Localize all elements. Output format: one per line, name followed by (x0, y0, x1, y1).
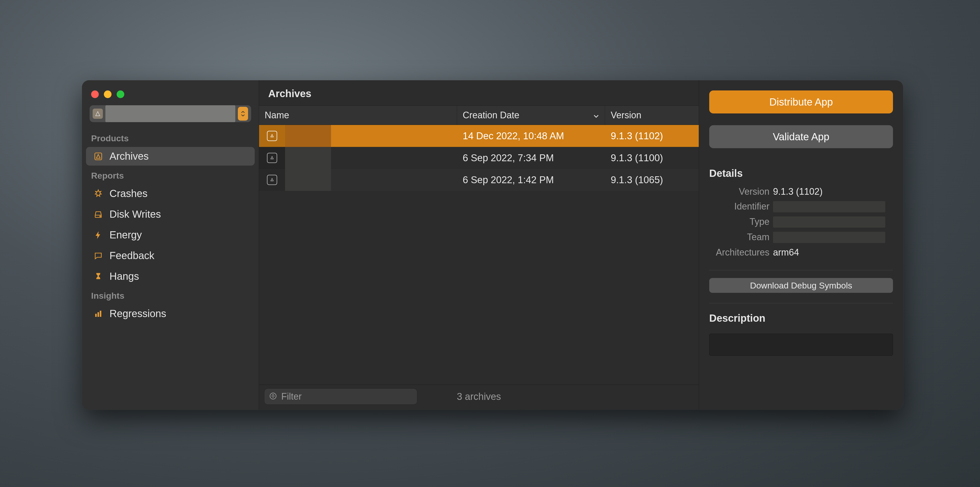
filter-input[interactable] (281, 391, 412, 402)
detail-label: Team (709, 232, 773, 243)
divider (709, 270, 893, 270)
detail-value: arm64 (773, 247, 893, 258)
archive-name-redacted (285, 125, 331, 147)
filter-icon (269, 392, 277, 401)
svg-point-2 (100, 216, 100, 217)
column-header-version[interactable]: Version (605, 106, 699, 125)
sidebar-item-label: Feedback (110, 250, 154, 261)
detail-value-redacted (773, 232, 885, 243)
detail-row-version: Version 9.1.3 (1102) (709, 186, 893, 197)
window-controls (82, 85, 259, 105)
download-debug-symbols-button[interactable]: Download Debug Symbols (709, 278, 893, 293)
detail-label: Type (709, 216, 773, 228)
details-heading: Details (709, 168, 893, 179)
detail-row-type: Type (709, 216, 893, 228)
hourglass-icon (93, 271, 104, 282)
svg-rect-5 (100, 311, 101, 317)
archive-count: 3 archives (428, 391, 530, 402)
cell-date: 6 Sep 2022, 7:34 PM (457, 153, 605, 163)
table-row[interactable]: 14 Dec 2022, 10:48 AM 9.1.3 (1102) (259, 125, 699, 147)
detail-label: Architectures (709, 247, 773, 258)
table-header: Name Creation Date Version (259, 106, 699, 125)
product-picker[interactable] (89, 105, 251, 122)
svg-rect-4 (97, 312, 99, 317)
table-row[interactable]: 6 Sep 2022, 7:34 PM 9.1.3 (1100) (259, 147, 699, 169)
detail-value-redacted (773, 216, 885, 228)
detail-value: 9.1.3 (1102) (773, 186, 893, 197)
sidebar-item-label: Disk Writes (110, 209, 161, 220)
sidebar-item-archives[interactable]: Archives (86, 147, 255, 166)
detail-row-architectures: Architectures arm64 (709, 247, 893, 258)
sidebar-section-products: Products (82, 129, 259, 146)
validate-app-button[interactable]: Validate App (709, 125, 893, 148)
sidebar-item-disk-writes[interactable]: Disk Writes (86, 205, 255, 224)
archive-row-icon (259, 125, 285, 147)
organizer-window: Products Archives Reports Crashes Disk W… (82, 80, 903, 410)
column-header-creation-date[interactable]: Creation Date (457, 106, 605, 125)
divider (709, 303, 893, 303)
cell-date: 6 Sep 2022, 1:42 PM (457, 174, 605, 185)
filter-field[interactable] (264, 388, 417, 405)
energy-icon (93, 230, 104, 241)
column-label: Name (265, 110, 289, 121)
archive-name-redacted (285, 169, 331, 191)
sidebar-item-feedback[interactable]: Feedback (86, 246, 255, 265)
app-icon (93, 109, 103, 119)
close-window-button[interactable] (91, 91, 99, 98)
archive-name-redacted (285, 147, 331, 169)
sidebar-item-label: Energy (110, 229, 142, 241)
feedback-icon (93, 250, 104, 261)
sidebar-item-label: Hangs (110, 271, 139, 282)
minimize-window-button[interactable] (104, 91, 111, 98)
sidebar: Products Archives Reports Crashes Disk W… (82, 80, 259, 410)
detail-row-team: Team (709, 232, 893, 243)
description-heading: Description (709, 313, 893, 324)
detail-label: Version (709, 186, 773, 197)
cell-version: 9.1.3 (1065) (605, 174, 699, 185)
bars-icon (93, 308, 104, 319)
detail-value-redacted (773, 201, 885, 212)
cell-version: 9.1.3 (1102) (605, 131, 699, 142)
svg-rect-3 (95, 314, 97, 317)
distribute-app-button[interactable]: Distribute App (709, 91, 893, 113)
cell-name (259, 169, 457, 191)
details-panel: Distribute App Validate App Details Vers… (699, 80, 903, 410)
sidebar-section-reports: Reports (82, 167, 259, 183)
sidebar-item-regressions[interactable]: Regressions (86, 304, 255, 323)
column-header-name[interactable]: Name (259, 106, 457, 125)
zoom-window-button[interactable] (117, 91, 124, 98)
archive-row-icon (259, 147, 285, 169)
page-title: Archives (259, 80, 699, 106)
sidebar-section-insights: Insights (82, 287, 259, 303)
updown-chevron-icon (238, 107, 248, 121)
detail-label: Identifier (709, 201, 773, 212)
archive-row-icon (259, 169, 285, 191)
disk-icon (93, 209, 104, 220)
column-label: Creation Date (463, 110, 519, 121)
sidebar-item-label: Crashes (110, 188, 148, 199)
sidebar-item-crashes[interactable]: Crashes (86, 184, 255, 203)
cell-name (259, 147, 457, 169)
cell-version: 9.1.3 (1100) (605, 153, 699, 163)
table-footer: 3 archives (259, 385, 699, 410)
table-body: 14 Dec 2022, 10:48 AM 9.1.3 (1102) 6 Sep… (259, 125, 699, 385)
sidebar-item-label: Archives (110, 150, 148, 162)
sidebar-item-label: Regressions (110, 308, 166, 319)
description-field[interactable] (709, 334, 893, 356)
table-row[interactable]: 6 Sep 2022, 1:42 PM 9.1.3 (1065) (259, 169, 699, 191)
crash-icon (93, 188, 104, 199)
sidebar-item-energy[interactable]: Energy (86, 226, 255, 244)
archive-icon (93, 151, 104, 162)
column-label: Version (611, 110, 641, 121)
chevron-down-icon (593, 110, 599, 121)
sidebar-item-hangs[interactable]: Hangs (86, 267, 255, 286)
detail-row-identifier: Identifier (709, 201, 893, 212)
product-name-redacted (105, 105, 235, 122)
main-content: Archives Name Creation Date Version (259, 80, 699, 410)
cell-date: 14 Dec 2022, 10:48 AM (457, 131, 605, 142)
cell-name (259, 125, 457, 147)
